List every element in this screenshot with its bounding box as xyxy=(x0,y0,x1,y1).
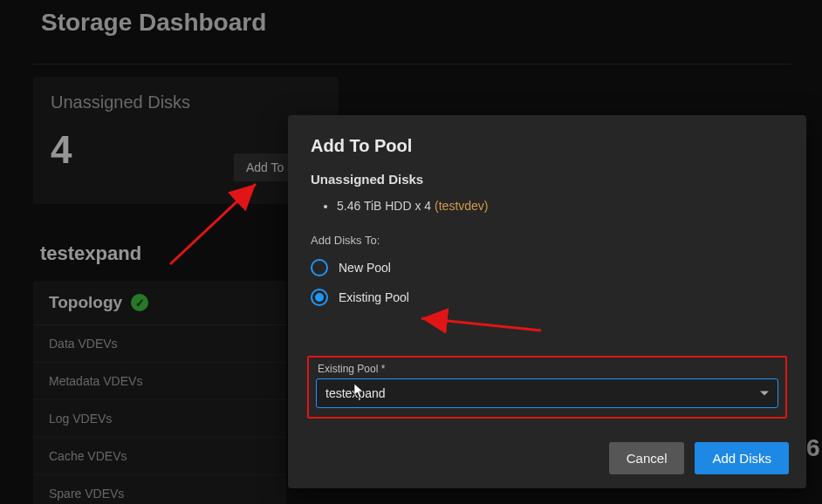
topology-row-log[interactable]: Log VDEVs xyxy=(33,400,286,438)
topology-row-cache[interactable]: Cache VDEVs xyxy=(33,438,286,475)
topology-row-data[interactable]: Data VDEVs xyxy=(33,325,286,363)
topology-title: Topology xyxy=(49,293,122,312)
cancel-button[interactable]: Cancel xyxy=(609,442,685,474)
existing-pool-select[interactable]: testexpand xyxy=(316,378,778,408)
topology-row-metadata[interactable]: Metadata VDEVs xyxy=(33,363,286,400)
radio-new-pool[interactable]: New Pool xyxy=(311,259,784,276)
radio-icon xyxy=(311,259,328,276)
divider xyxy=(32,64,791,65)
status-ok-icon: ✓ xyxy=(131,294,148,311)
radio-label: Existing Pool xyxy=(339,290,409,304)
radio-icon-selected xyxy=(311,289,328,306)
modal-footer: Cancel Add Disks xyxy=(609,442,789,474)
existing-pool-value: testexpand xyxy=(325,386,386,400)
topology-card: Topology ✓ Data VDEVs Metadata VDEVs Log… xyxy=(33,281,286,504)
topology-header: Topology ✓ xyxy=(33,281,286,325)
add-to-pool-modal: Add To Pool Unassigned Disks 5.46 TiB HD… xyxy=(288,115,806,488)
unassigned-disk-list: 5.46 TiB HDD x 4 (testvdev) xyxy=(337,199,784,213)
disk-line-text: 5.46 TiB HDD x 4 xyxy=(337,199,431,213)
pool-name: testexpand xyxy=(40,242,141,265)
unassigned-card-title: Unassigned Disks xyxy=(51,92,321,112)
modal-unassigned-label: Unassigned Disks xyxy=(311,172,784,187)
page-title: Storage Dashboard xyxy=(41,9,266,37)
add-disks-button[interactable]: Add Disks xyxy=(695,442,789,474)
existing-pool-highlight: Existing Pool * testexpand xyxy=(307,356,787,419)
disk-line-note: (testvdev) xyxy=(435,199,488,213)
topology-row-spare[interactable]: Spare VDEVs xyxy=(33,475,286,504)
add-disks-to-label: Add Disks To: xyxy=(311,234,784,247)
radio-existing-pool[interactable]: Existing Pool xyxy=(311,289,784,306)
chevron-down-icon xyxy=(760,392,769,396)
radio-label: New Pool xyxy=(339,261,391,275)
existing-pool-label: Existing Pool * xyxy=(316,363,778,375)
modal-title: Add To Pool xyxy=(311,136,784,156)
background-peek-text: 6 xyxy=(806,434,820,462)
disk-line: 5.46 TiB HDD x 4 (testvdev) xyxy=(337,199,784,213)
